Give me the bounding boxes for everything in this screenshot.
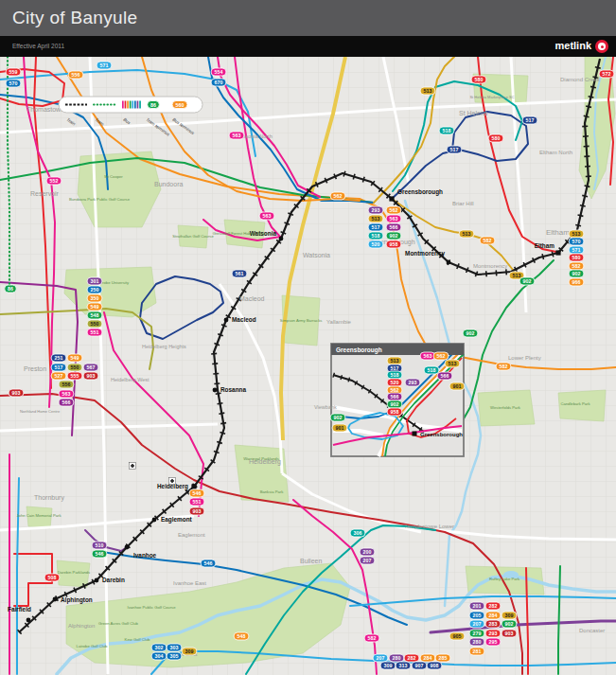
route-badge-282: 282 — [404, 654, 419, 662]
badge-text: 556 — [72, 72, 80, 78]
badge-text: 563 — [424, 353, 432, 359]
badge-text: 907 — [415, 663, 424, 668]
route-badge-570: 570 — [6, 80, 21, 87]
badge-text: 559 — [9, 69, 18, 75]
badge-text: 295 — [489, 639, 498, 645]
legend-bus-sample-bar — [122, 101, 124, 109]
legend-tram-terminus-badge: 86 — [148, 101, 160, 109]
badge-text: 571 — [572, 247, 581, 253]
park-label: Mt Cooper — [104, 174, 123, 179]
station-label: Eaglemont — [161, 516, 193, 524]
park-label: Ivanhoe Public Golf Course — [128, 605, 177, 610]
badge-text: 908 — [431, 663, 439, 668]
badge-text: 303 — [170, 645, 179, 650]
badge-text: 350 — [91, 295, 99, 301]
badge-text: 281 — [473, 648, 482, 654]
route-badge-903: 903 — [83, 372, 98, 380]
route-badge-905: 905 — [449, 632, 465, 640]
badge-text: 309 — [384, 663, 393, 668]
badge-text: 548 — [91, 312, 99, 318]
title-bar: City of Banyule — [0, 0, 616, 36]
badge-text: 207 — [473, 621, 482, 627]
badge-text: 966 — [572, 279, 581, 285]
badge-text: 552 — [50, 178, 59, 184]
route-badge-517: 517 — [51, 364, 66, 371]
route-badge-546: 546 — [189, 489, 204, 497]
badge-text: 293 — [372, 207, 380, 213]
route-badge-513: 513 — [368, 215, 383, 222]
badge-text: 309 — [185, 648, 194, 654]
inset-station-label: Greensborough — [420, 432, 463, 437]
route-badge-303: 303 — [167, 644, 182, 651]
badge-text: 902 — [466, 330, 475, 336]
badge-text: 903 — [193, 508, 202, 514]
badge-text: 513 — [391, 358, 399, 364]
route-badge-302: 302 — [151, 644, 167, 651]
badge-text: 513 — [572, 231, 581, 237]
suburb-label: Reservoir — [30, 190, 60, 197]
route-badge-86: 86 — [5, 285, 17, 293]
route-badge-570: 570 — [569, 238, 584, 245]
badge-text: 201 — [473, 603, 482, 609]
station-label: Rosanna — [220, 386, 246, 393]
badge-text: 903 — [505, 631, 514, 636]
badge-text: 670 — [215, 80, 223, 85]
legend-bus-sample-bar — [134, 101, 136, 109]
route-badge-550: 550 — [67, 364, 82, 371]
suburb-label: Viewbank — [314, 404, 337, 410]
route-badge-582: 582 — [496, 363, 511, 370]
badge-text: 548 — [238, 633, 246, 639]
suburb-label: Lower Plenty — [508, 355, 541, 361]
route-badge-518: 518 — [424, 366, 439, 374]
route-badge-304: 304 — [151, 652, 167, 660]
route-badge-518: 518 — [439, 127, 454, 134]
route-badge-901: 901 — [332, 424, 347, 432]
route-badge-903: 903 — [9, 389, 24, 397]
badge-text: 513 — [372, 216, 380, 222]
route-badge-563: 563 — [229, 132, 244, 139]
badge-text: 549 — [71, 355, 79, 361]
route-badge-295: 295 — [485, 638, 501, 646]
legend-bus-sample-bar — [125, 101, 127, 109]
suburb-label: Alphington — [68, 623, 95, 629]
badge-text: 301 — [91, 278, 99, 284]
badge-text: 285 — [439, 655, 448, 661]
route-badge-551: 551 — [87, 329, 102, 336]
route-badge-571: 571 — [97, 62, 112, 69]
badge-text: 517 — [391, 365, 399, 371]
badge-text: 284 — [489, 613, 498, 618]
route-badge-508: 508 — [44, 574, 60, 581]
suburb-label: Bundoora — [154, 181, 183, 187]
route-badge-301: 301 — [87, 277, 102, 285]
badge-text: 280 — [393, 655, 401, 661]
badge-text: 902 — [334, 415, 343, 420]
route-badge-283: 283 — [485, 620, 501, 628]
badge-text: 520 — [391, 380, 399, 385]
badge-text: 207 — [377, 655, 385, 661]
badge-text: 562 — [437, 353, 446, 359]
station-dot — [389, 196, 394, 201]
route-badge-582: 582 — [480, 237, 495, 244]
route-badge-572: 572 — [599, 70, 614, 78]
station-dot — [191, 484, 196, 488]
badge-text: 510 — [96, 542, 104, 548]
suburb-label: Macleod — [239, 295, 265, 302]
route-badge-548: 548 — [234, 632, 249, 640]
badge-text: 902 — [523, 278, 532, 284]
park-label: Bundoora Park Public Golf Course — [69, 197, 131, 202]
badge-text: 566 — [390, 224, 398, 230]
badge-text: 293 — [409, 380, 417, 385]
route-badge-517: 517 — [368, 223, 383, 231]
badge-text: 251 — [55, 355, 63, 361]
station-dot — [279, 237, 284, 241]
badge-text: 305 — [170, 653, 179, 659]
badge-text: 554 — [215, 69, 223, 75]
park-label: Simpson Army Barracks — [280, 318, 323, 323]
badge-text: 517 — [526, 117, 535, 123]
route-badge-510: 510 — [92, 542, 107, 549]
suburb-label: Heidelberg West — [111, 377, 150, 382]
badge-text: 563 — [390, 216, 398, 222]
route-badge-548: 548 — [87, 311, 102, 319]
legend-bus-terminus-badge: 560 — [172, 101, 187, 109]
route-badge-518: 518 — [387, 371, 402, 379]
